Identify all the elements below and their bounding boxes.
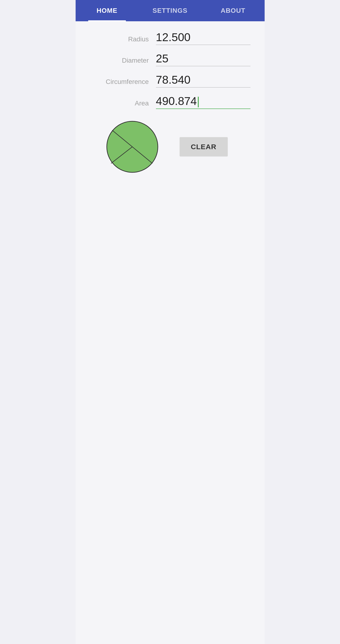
area-label: Area xyxy=(90,100,156,109)
tab-settings[interactable]: SETTINGS xyxy=(138,0,202,21)
area-value[interactable]: 490.874 xyxy=(156,94,251,108)
circumference-value[interactable]: 78.540 xyxy=(156,73,251,86)
circumference-label: Circumference xyxy=(90,78,156,88)
tab-home-label: HOME xyxy=(97,7,117,14)
radius-input-wrapper: 12.500 xyxy=(156,31,251,45)
diameter-label: Diameter xyxy=(90,57,156,66)
tab-bar: HOME SETTINGS ABOUT xyxy=(76,0,265,21)
area-input-wrapper: 490.874 xyxy=(156,94,251,109)
tab-settings-label: SETTINGS xyxy=(153,7,188,14)
diameter-value[interactable]: 25 xyxy=(156,52,251,65)
tab-home[interactable]: HOME xyxy=(76,0,139,21)
diameter-row: Diameter 25 xyxy=(90,52,251,66)
tab-about[interactable]: ABOUT xyxy=(202,0,265,21)
radius-row: Radius 12.500 xyxy=(90,31,251,45)
circumference-row: Circumference 78.540 xyxy=(90,73,251,88)
clear-button[interactable]: CLEAR xyxy=(180,137,228,156)
main-content: Radius 12.500 Diameter 25 Circumference … xyxy=(76,21,265,644)
app-container: HOME SETTINGS ABOUT Radius 12.500 Diamet… xyxy=(76,0,265,644)
circumference-input-wrapper: 78.540 xyxy=(156,73,251,88)
radius-value[interactable]: 12.500 xyxy=(156,31,251,44)
radius-label: Radius xyxy=(90,36,156,45)
diameter-input-wrapper: 25 xyxy=(156,52,251,66)
circle-diagram xyxy=(104,118,161,175)
area-row: Area 490.874 xyxy=(90,94,251,109)
actions-row: CLEAR xyxy=(90,118,251,175)
tab-about-label: ABOUT xyxy=(221,7,246,14)
